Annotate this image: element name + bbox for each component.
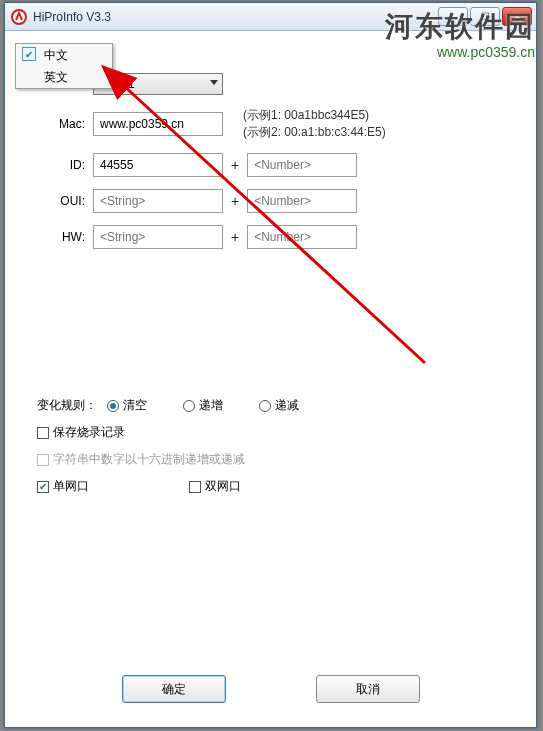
close-button[interactable]: ✕ [502,7,532,26]
id-input[interactable] [93,153,223,177]
ok-button-label: 确定 [162,681,186,698]
check-save-record-label: 保存烧录记录 [53,424,125,441]
language-menu-item-cn-label: 中文 [44,47,68,64]
check-dual-port-label: 双网口 [205,478,241,495]
rule-radio-increase[interactable]: 递增 [183,397,223,414]
ok-button[interactable]: 确定 [122,675,226,703]
rules-label: 变化规则： [37,397,107,414]
check-hex-incdec-label: 字符串中数字以十六进制递增或递减 [53,451,245,468]
id-plus: + [231,157,239,173]
check-single-port[interactable]: ✔ 单网口 [37,478,89,495]
check-dual-port[interactable]: 双网口 [189,478,241,495]
chevron-down-icon [210,80,218,85]
mac-hint: (示例1: 00a1bbc344E5) (示例2: 00:a1:bb:c3:44… [243,107,386,141]
radio-icon [107,400,119,412]
mac-hint-2: (示例2: 00:a1:bb:c3:44:E5) [243,124,386,141]
checkbox-icon: ✔ [37,481,49,493]
rule-radio-decrease[interactable]: 递减 [259,397,299,414]
oui-input[interactable] [93,189,223,213]
window-title: HiProInfo V3.3 [33,10,438,24]
radio-icon [183,400,195,412]
check-icon: ✔ [22,47,36,61]
oui-plus: + [231,193,239,209]
app-window: HiProInfo V3.3 — ☐ ✕ COM1 Mac: (示例1: 00a… [4,2,537,728]
language-menu-item-en[interactable]: 英文 [16,66,112,88]
id-number-input[interactable] [247,153,357,177]
oui-number-input[interactable] [247,189,357,213]
rule-radio-decrease-label: 递减 [275,397,299,414]
check-single-port-label: 单网口 [53,478,89,495]
mac-label: Mac: [13,117,93,131]
button-bar: 确定 取消 [13,675,528,703]
radio-icon [259,400,271,412]
hw-number-input[interactable] [247,225,357,249]
check-save-record[interactable]: 保存烧录记录 [37,424,125,441]
checkbox-icon [37,454,49,466]
content-area: COM1 Mac: (示例1: 00a1bbc344E5) (示例2: 00:a… [13,39,528,719]
cancel-button[interactable]: 取消 [316,675,420,703]
mac-hint-1: (示例1: 00a1bbc344E5) [243,107,386,124]
rule-radio-increase-label: 递增 [199,397,223,414]
maximize-button[interactable]: ☐ [470,7,500,26]
checkbox-icon [189,481,201,493]
app-icon [11,9,27,25]
rule-radio-clear[interactable]: 清空 [107,397,147,414]
minimize-button[interactable]: — [438,7,468,26]
hw-input[interactable] [93,225,223,249]
hw-plus: + [231,229,239,245]
language-menu-item-cn[interactable]: ✔ 中文 [16,44,112,66]
mac-input[interactable] [93,112,223,136]
rule-radio-clear-label: 清空 [123,397,147,414]
checkbox-icon [37,427,49,439]
titlebar: HiProInfo V3.3 — ☐ ✕ [5,3,536,31]
hw-label: HW: [13,230,93,244]
language-menu: ✔ 中文 英文 [15,43,113,89]
check-hex-incdec: 字符串中数字以十六进制递增或递减 [37,451,245,468]
rules-section: 变化规则： 清空 递增 递减 保存烧录记录 [37,397,508,505]
id-label: ID: [13,158,93,172]
language-menu-item-en-label: 英文 [44,69,68,86]
oui-label: OUI: [13,194,93,208]
cancel-button-label: 取消 [356,681,380,698]
